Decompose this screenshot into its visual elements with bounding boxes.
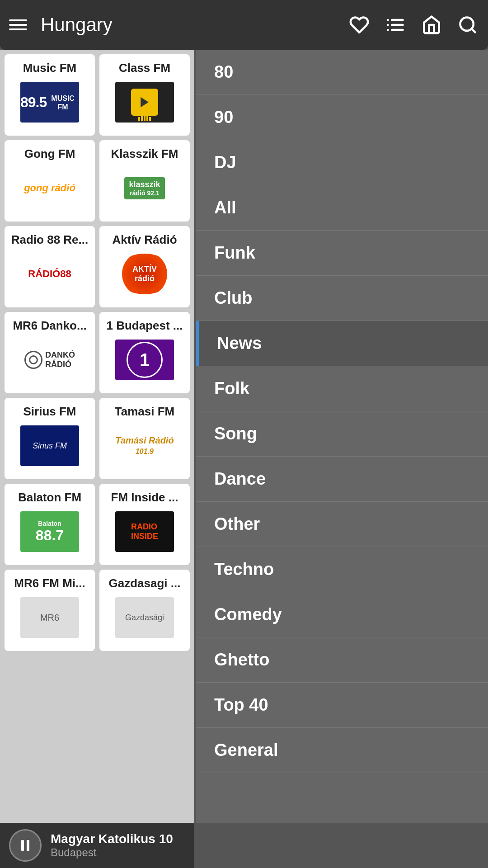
player-info: Magyar Katolikus 10 Budapest <box>51 832 173 859</box>
station-name-mr6-danko: MR6 Danko... <box>13 319 86 333</box>
station-card-1-budapest[interactable]: 1 Budapest ... 1 <box>99 312 190 393</box>
station-logo-mr6-danko: DANKÓRÁDIÓ <box>20 337 79 382</box>
station-name-radio88: Radio 88 Re... <box>11 233 89 247</box>
header-icons <box>348 14 479 36</box>
playlist-icon[interactable] <box>384 14 407 36</box>
category-item-comedy[interactable]: Comedy <box>196 592 488 637</box>
svg-marker-2 <box>141 97 149 108</box>
category-item-top40[interactable]: Top 40 <box>196 683 488 728</box>
station-card-sirius-fm[interactable]: Sirius FM Sirius FM <box>5 398 95 479</box>
player-pause-button[interactable] <box>9 829 42 862</box>
station-card-gong-fm[interactable]: Gong FM gong rádió <box>5 140 95 222</box>
category-item-club[interactable]: Club <box>196 276 488 321</box>
station-logo-fm-inside: RADIOINSIDE <box>115 509 174 554</box>
station-name-gong-fm: Gong FM <box>24 147 75 161</box>
search-icon[interactable] <box>456 14 479 36</box>
station-grid: Music FM 89.5 MUSIC FM Class FM <box>0 50 194 823</box>
station-logo-1-budapest: 1 <box>115 337 174 382</box>
station-logo-radio88: RÁDIÓ88 <box>20 251 79 297</box>
category-item-news[interactable]: News <box>196 321 488 366</box>
svg-line-1 <box>472 29 475 33</box>
category-item-folk[interactable]: Folk <box>196 366 488 411</box>
station-name-mr6-mi: MR6 FM Mi... <box>14 576 85 590</box>
station-card-gazdasagi[interactable]: Gazdasagi ... Gazdasági <box>99 570 190 651</box>
category-item-80[interactable]: 80 <box>196 50 488 95</box>
category-item-song[interactable]: Song <box>196 411 488 457</box>
station-name-class-fm: Class FM <box>119 61 170 75</box>
station-logo-aktiv-radio: AKTÍVrádió <box>115 251 174 297</box>
category-item-90[interactable]: 90 <box>196 95 488 140</box>
svg-rect-4 <box>27 840 29 851</box>
menu-button[interactable] <box>9 19 27 30</box>
station-card-fm-inside[interactable]: FM Inside ... RADIOINSIDE <box>99 484 190 565</box>
page-title: Hungary <box>41 14 339 36</box>
station-card-klasszik-fm[interactable]: Klasszik FM klasszik rádió 92.1 <box>99 140 190 222</box>
category-item-funk[interactable]: Funk <box>196 231 488 276</box>
station-name-tamasi-fm: Tamasi FM <box>115 405 174 419</box>
station-logo-gong-fm: gong rádió <box>20 165 79 211</box>
category-item-general[interactable]: General <box>196 728 488 773</box>
main-content: Music FM 89.5 MUSIC FM Class FM <box>0 50 488 823</box>
player-station-name: Magyar Katolikus 10 <box>51 832 173 846</box>
category-item-dj[interactable]: DJ <box>196 140 488 185</box>
station-name-1-budapest: 1 Budapest ... <box>106 319 183 333</box>
station-card-class-fm[interactable]: Class FM <box>99 54 190 136</box>
station-name-aktiv-radio: Aktív Rádió <box>112 233 177 247</box>
station-card-aktiv-radio[interactable]: Aktív Rádió AKTÍVrádió <box>99 226 190 307</box>
station-card-mr6-mi[interactable]: MR6 FM Mi... MR6 <box>5 570 95 651</box>
station-logo-sirius-fm: Sirius FM <box>20 423 79 468</box>
player-station-subtitle: Budapest <box>51 846 173 859</box>
station-logo-klasszik-fm: klasszik rádió 92.1 <box>115 165 174 211</box>
station-logo-balaton-fm: Balaton 88.7 <box>20 509 79 554</box>
station-name-gazdasagi: Gazdasagi ... <box>109 576 181 590</box>
station-name-fm-inside: FM Inside ... <box>111 491 178 505</box>
favorites-icon[interactable] <box>348 14 371 36</box>
station-logo-gazdasagi: Gazdasági <box>115 595 174 640</box>
station-card-mr6-danko[interactable]: MR6 Danko... DANKÓRÁDIÓ <box>5 312 95 393</box>
category-item-techno[interactable]: Techno <box>196 547 488 592</box>
category-item-dance[interactable]: Dance <box>196 457 488 502</box>
station-logo-music-fm: 89.5 MUSIC FM <box>20 80 79 125</box>
station-logo-class-fm <box>115 80 174 125</box>
station-logo-mr6-mi: MR6 <box>20 595 79 640</box>
svg-rect-3 <box>21 840 24 851</box>
category-item-other[interactable]: Other <box>196 502 488 547</box>
category-item-all[interactable]: All <box>196 185 488 231</box>
player-bar: Magyar Katolikus 10 Budapest <box>0 823 194 868</box>
station-card-balaton-fm[interactable]: Balaton FM Balaton 88.7 <box>5 484 95 565</box>
station-name-sirius-fm: Sirius FM <box>23 405 76 419</box>
station-name-balaton-fm: Balaton FM <box>18 491 81 505</box>
category-panel: 80 90 DJ All Funk Club News Folk Song Da… <box>194 50 488 823</box>
category-item-ghetto[interactable]: Ghetto <box>196 637 488 683</box>
station-name-music-fm: Music FM <box>23 61 76 75</box>
station-card-music-fm[interactable]: Music FM 89.5 MUSIC FM <box>5 54 95 136</box>
header: Hungary <box>0 0 488 50</box>
home-icon[interactable] <box>420 14 443 36</box>
station-card-tamasi-fm[interactable]: Tamasi FM Tamási Rádió101.9 <box>99 398 190 479</box>
station-name-klasszik-fm: Klasszik FM <box>111 147 178 161</box>
station-logo-tamasi-fm: Tamási Rádió101.9 <box>115 423 174 468</box>
station-card-radio88[interactable]: Radio 88 Re... RÁDIÓ88 <box>5 226 95 307</box>
